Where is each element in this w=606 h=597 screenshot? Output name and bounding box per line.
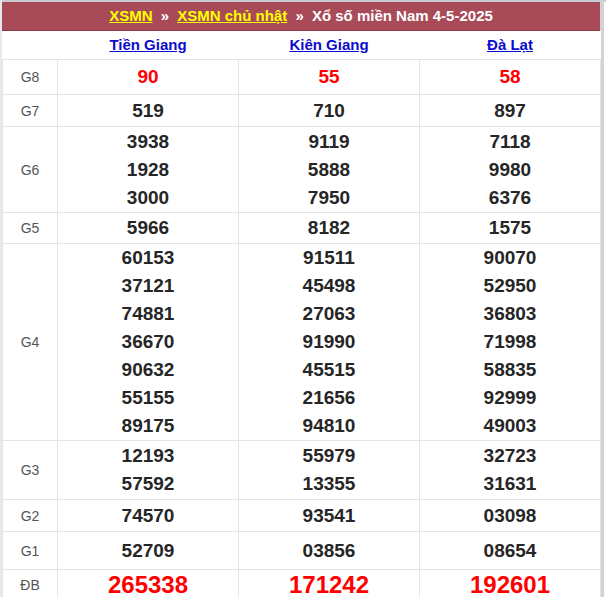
prize-number: 45515: [239, 356, 419, 384]
prize-number: 710: [239, 97, 419, 125]
prize-number: 45498: [239, 272, 419, 300]
prize-row-g8: G8905558: [3, 60, 601, 95]
prize-number: 58: [420, 63, 600, 91]
prize-number: 37121: [58, 272, 238, 300]
prize-cell-g5-col1: 5966: [58, 213, 239, 244]
prize-cell-g3-col2: 5597913355: [239, 441, 420, 500]
prize-number: 57592: [58, 470, 238, 498]
breadcrumb-link-xsmn[interactable]: XSMN: [109, 7, 152, 24]
prize-cell-db-col1: 265338: [58, 570, 239, 597]
prize-cell-db-col2: 171242: [239, 570, 420, 597]
column-link-da-lat[interactable]: Đà Lạt: [487, 36, 533, 53]
prize-cell-g3-col3: 3272331631: [420, 441, 601, 500]
results-table: Tiền Giang Kiên Giang Đà Lạt G8905558G75…: [2, 31, 601, 597]
prize-label-g6: G6: [3, 127, 58, 213]
prize-number: 52709: [58, 537, 238, 565]
column-header-row: Tiền Giang Kiên Giang Đà Lạt: [3, 31, 601, 60]
breadcrumb-link-xsmn-chu-nhat[interactable]: XSMN chủ nhật: [177, 7, 287, 24]
prize-cell-g1-col2: 03856: [239, 532, 420, 570]
prize-label-g2: G2: [3, 500, 58, 532]
prize-number: 21656: [239, 384, 419, 412]
prize-row-g6: G6393819283000911958887950711899806376: [3, 127, 601, 213]
prize-number: 55979: [239, 442, 419, 470]
prize-number: 71998: [420, 328, 600, 356]
lottery-results-page: XSMN » XSMN chủ nhật » Xổ số miền Nam 4-…: [2, 2, 600, 597]
prize-number: 12193: [58, 442, 238, 470]
prize-label-g8: G8: [3, 60, 58, 95]
prize-number: 5966: [58, 214, 238, 242]
prize-row-g3: G3121935759255979133553272331631: [3, 441, 601, 500]
prize-number: 3000: [58, 184, 238, 212]
prize-cell-g8-col2: 55: [239, 60, 420, 95]
prize-number: 3938: [58, 128, 238, 156]
column-header-kien-giang: Kiên Giang: [239, 31, 420, 60]
prize-number: 8182: [239, 214, 419, 242]
prize-number: 74570: [58, 502, 238, 530]
prize-number: 92999: [420, 384, 600, 412]
prize-number: 7950: [239, 184, 419, 212]
prize-number: 08654: [420, 537, 600, 565]
prize-number: 90632: [58, 356, 238, 384]
prize-number: 03098: [420, 502, 600, 530]
breadcrumb: XSMN » XSMN chủ nhật » Xổ số miền Nam 4-…: [2, 2, 600, 31]
prize-cell-g1-col3: 08654: [420, 532, 601, 570]
prize-row-g7: G7519710897: [3, 95, 601, 127]
prize-number: 7118: [420, 128, 600, 156]
prize-cell-g4-col2: 91511454982706391990455152165694810: [239, 244, 420, 441]
prize-cell-g7-col2: 710: [239, 95, 420, 127]
prize-cell-g2-col3: 03098: [420, 500, 601, 532]
prize-number: 90: [58, 63, 238, 91]
prize-cell-g4-col3: 90070529503680371998588359299949003: [420, 244, 601, 441]
prize-cell-g4-col1: 60153371217488136670906325515589175: [58, 244, 239, 441]
prize-cell-g3-col1: 1219357592: [58, 441, 239, 500]
prize-number: 60153: [58, 244, 238, 272]
prize-row-g5: G5596681821575: [3, 213, 601, 244]
prize-row-g2: G2745709354103098: [3, 500, 601, 532]
prize-cell-g8-col1: 90: [58, 60, 239, 95]
prize-row-g1: G1527090385608654: [3, 532, 601, 570]
prize-cell-g6-col2: 911958887950: [239, 127, 420, 213]
prize-cell-g1-col1: 52709: [58, 532, 239, 570]
prize-number: 9119: [239, 128, 419, 156]
prize-number: 192601: [420, 571, 600, 597]
prize-number: 27063: [239, 300, 419, 328]
prize-number: 519: [58, 97, 238, 125]
prize-cell-g6-col1: 393819283000: [58, 127, 239, 213]
prize-number: 58835: [420, 356, 600, 384]
prize-number: 32723: [420, 442, 600, 470]
breadcrumb-separator: »: [157, 7, 173, 24]
prize-number: 265338: [58, 571, 238, 597]
prize-number: 93541: [239, 502, 419, 530]
column-header-tien-giang: Tiền Giang: [58, 31, 239, 60]
prize-number: 6376: [420, 184, 600, 212]
prize-number: 171242: [239, 571, 419, 597]
prize-cell-g5-col2: 8182: [239, 213, 420, 244]
prize-cell-db-col3: 192601: [420, 570, 601, 597]
prize-cell-g8-col3: 58: [420, 60, 601, 95]
prize-number: 5888: [239, 156, 419, 184]
prize-number: 1575: [420, 214, 600, 242]
prize-row-g4: G460153371217488136670906325515589175915…: [3, 244, 601, 441]
prize-cell-g2-col1: 74570: [58, 500, 239, 532]
prize-number: 9980: [420, 156, 600, 184]
prize-label-db: ĐB: [3, 570, 58, 597]
prize-cell-g6-col3: 711899806376: [420, 127, 601, 213]
prize-number: 89175: [58, 412, 238, 440]
prize-number: 74881: [58, 300, 238, 328]
column-header-da-lat: Đà Lạt: [420, 31, 601, 60]
prize-label-g1: G1: [3, 532, 58, 570]
prize-number: 31631: [420, 470, 600, 498]
prize-label-g3: G3: [3, 441, 58, 500]
prize-number: 52950: [420, 272, 600, 300]
prize-cell-g7-col1: 519: [58, 95, 239, 127]
corner-cell: [3, 31, 58, 60]
prize-number: 55: [239, 63, 419, 91]
prize-cell-g5-col3: 1575: [420, 213, 601, 244]
page-title: Xổ số miền Nam 4-5-2025: [312, 7, 493, 24]
column-link-kien-giang[interactable]: Kiên Giang: [289, 36, 368, 53]
prize-number: 94810: [239, 412, 419, 440]
prize-label-g7: G7: [3, 95, 58, 127]
prize-number: 55155: [58, 384, 238, 412]
prize-label-g4: G4: [3, 244, 58, 441]
column-link-tien-giang[interactable]: Tiền Giang: [109, 36, 186, 53]
